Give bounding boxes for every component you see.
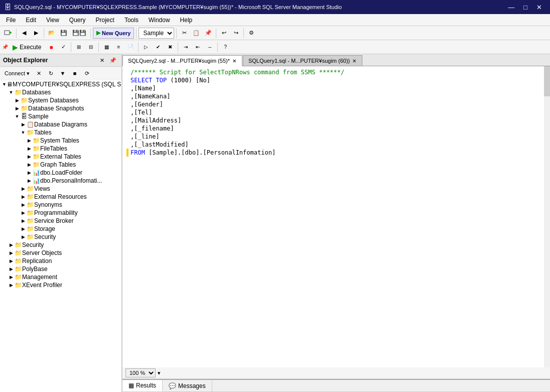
tree-node-8[interactable]: ▶📁FileTables (0, 145, 121, 153)
tree-arrow-1: ▼ (8, 90, 14, 95)
close-button[interactable]: ✕ (532, 3, 546, 12)
maximize-button[interactable]: □ (519, 3, 531, 12)
tab-close-0[interactable]: ✕ (232, 58, 237, 64)
tree-node-14[interactable]: ▶📁External Resources (0, 193, 121, 201)
tree-node-16[interactable]: ▶📁Programmability (0, 209, 121, 217)
tree-node-25[interactable]: ▶📁XEvent Profiler (0, 281, 121, 289)
tree-node-7[interactable]: ▶📁System Tables (0, 137, 121, 145)
oe-close-button[interactable]: ✕ (97, 56, 106, 65)
tree-node-10[interactable]: ▶📁Graph Tables (0, 161, 121, 169)
tree-node-2[interactable]: ▶📁System Databases (0, 96, 121, 104)
tree-node-11[interactable]: ▶📊dbo.LoadFolder (0, 169, 121, 177)
code-line-8: ,[_line] (126, 133, 539, 141)
line-marker-1 (126, 76, 128, 84)
result-tab-0[interactable]: ▦Results (122, 380, 163, 391)
oe-stop-button[interactable]: ■ (69, 68, 80, 79)
copy-button[interactable]: 📋 (191, 28, 202, 39)
estimated-plan-button[interactable]: ⊞ (73, 42, 84, 53)
tab-close-1[interactable]: ✕ (352, 58, 357, 64)
editor-tab-0[interactable]: SQLQuery2.sql - M...PUTER¥sugim (55)*✕ (122, 55, 242, 66)
tree-icon-15: 📁 (26, 201, 34, 208)
oe-filter-button[interactable]: ▼ (57, 68, 68, 79)
oe-pin-button[interactable]: 📌 (107, 56, 118, 65)
tree-node-23[interactable]: ▶📁PolyBase (0, 265, 121, 273)
result-tab-label-1: Messages (178, 382, 206, 389)
tree-node-15[interactable]: ▶📁Synonyms (0, 201, 121, 209)
tab-label-0: SQLQuery2.sql - M...PUTER¥sugim (55)* (128, 58, 230, 64)
cut-button[interactable]: ✂ (179, 28, 190, 39)
result-tab-1[interactable]: 💬Messages (163, 380, 212, 391)
save-button[interactable]: 💾 (58, 28, 69, 39)
actual-plan-button[interactable]: ⊟ (85, 42, 96, 53)
editor-scrollbar[interactable] (544, 66, 550, 367)
tree-node-18[interactable]: ▶📁Storage (0, 225, 121, 233)
comment-button[interactable]: -- (204, 42, 215, 53)
tree-arrow-12: ▶ (26, 178, 32, 183)
oe-refresh-button[interactable]: ↻ (45, 68, 56, 79)
tree-node-24[interactable]: ▶📁Management (0, 273, 121, 281)
stop-button[interactable]: ■ (46, 42, 57, 53)
tree-label-25: XEvent Profiler (22, 282, 62, 289)
indent-button[interactable]: ⇥ (180, 42, 191, 53)
new-query-button[interactable]: ▶ New Query (93, 28, 134, 39)
redo-button[interactable]: ↪ (230, 28, 241, 39)
menu-item-view[interactable]: View (42, 16, 63, 25)
parse-button[interactable]: ✓ (58, 42, 69, 53)
results-to-file-button[interactable]: 📄 (125, 42, 136, 53)
minimize-button[interactable]: — (504, 3, 518, 12)
scrollbar-thumb[interactable] (544, 66, 550, 96)
tree-node-22[interactable]: ▶📁Replication (0, 257, 121, 265)
execute-button[interactable]: ▶ Execute (9, 42, 45, 53)
tree-arrow-4: ▼ (14, 114, 20, 119)
code-line-3: ,[NameKana] (126, 92, 539, 100)
tree-arrow-20: ▶ (8, 242, 14, 247)
back-button[interactable]: ◀ (19, 28, 30, 39)
tree-node-12[interactable]: ▶📊dbo.PersonalInfomati... (0, 177, 121, 185)
code-editor[interactable]: /****** Script for SelectTopNRows comman… (122, 66, 550, 367)
tree-node-20[interactable]: ▶📁Security (0, 241, 121, 249)
menu-item-file[interactable]: File (2, 16, 20, 25)
tree-node-5[interactable]: ▶📋Database Diagrams (0, 120, 121, 128)
save-all-button[interactable]: 💾💾 (70, 28, 88, 39)
paste-button[interactable]: 📌 (203, 28, 214, 39)
transaction-rollback-button[interactable]: ✖ (165, 42, 176, 53)
tree-node-0[interactable]: ▼🖥MYCOMPUTER¥SQLEXPRESS (SQL S... (0, 80, 121, 88)
menu-item-edit[interactable]: Edit (22, 16, 40, 25)
tree-node-21[interactable]: ▶📁Server Objects (0, 249, 121, 257)
menu-item-tools[interactable]: Tools (120, 16, 143, 25)
menu-item-project[interactable]: Project (92, 16, 118, 25)
tree-label-1: Databases (22, 89, 51, 96)
menu-item-window[interactable]: Window (145, 16, 174, 25)
menu-item-help[interactable]: Help (176, 16, 197, 25)
tree-label-15: Synonyms (34, 201, 62, 208)
undo-button[interactable]: ↩ (218, 28, 229, 39)
tree-arrow-23: ▶ (8, 267, 14, 272)
zoom-selector[interactable]: 100 % (125, 368, 156, 377)
new-connection-button[interactable] (2, 28, 14, 39)
tree-node-3[interactable]: ▶📁Database Snapshots (0, 104, 121, 112)
unindent-button[interactable]: ⇤ (192, 42, 203, 53)
transaction-begin-button[interactable]: ▷ (141, 42, 152, 53)
oe-connect-button[interactable]: Connect ▾ (2, 68, 32, 79)
line-marker-9 (126, 141, 128, 149)
tree-node-9[interactable]: ▶📁External Tables (0, 153, 121, 161)
tree-node-1[interactable]: ▼📁Databases (0, 88, 121, 96)
open-file-button[interactable]: 📂 (46, 28, 57, 39)
debug-button[interactable]: ⚙ (246, 28, 257, 39)
forward-button[interactable]: ▶ (31, 28, 42, 39)
editor-tab-1[interactable]: SQLQuery1.sql - M...PUTER¥sugim (60))✕ (243, 55, 362, 66)
code-text-1: SELECT TOP (1000) [No] (130, 76, 210, 84)
transaction-commit-button[interactable]: ✔ (153, 42, 164, 53)
tree-node-17[interactable]: ▶📁Service Broker (0, 217, 121, 225)
results-to-text-button[interactable]: ≡ (113, 42, 124, 53)
database-selector[interactable]: Sample (139, 28, 174, 39)
help-button[interactable]: ? (220, 42, 231, 53)
oe-disconnect-button[interactable]: ✕ (33, 68, 44, 79)
tree-node-4[interactable]: ▼🗄Sample (0, 112, 121, 120)
oe-sync-button[interactable]: ⟳ (81, 68, 92, 79)
menu-item-query[interactable]: Query (65, 16, 90, 25)
tree-node-6[interactable]: ▼📁Tables (0, 128, 121, 137)
results-to-grid-button[interactable]: ▦ (101, 42, 112, 53)
tree-node-13[interactable]: ▶📁Views (0, 185, 121, 193)
tree-node-19[interactable]: ▶📁Security (0, 233, 121, 241)
